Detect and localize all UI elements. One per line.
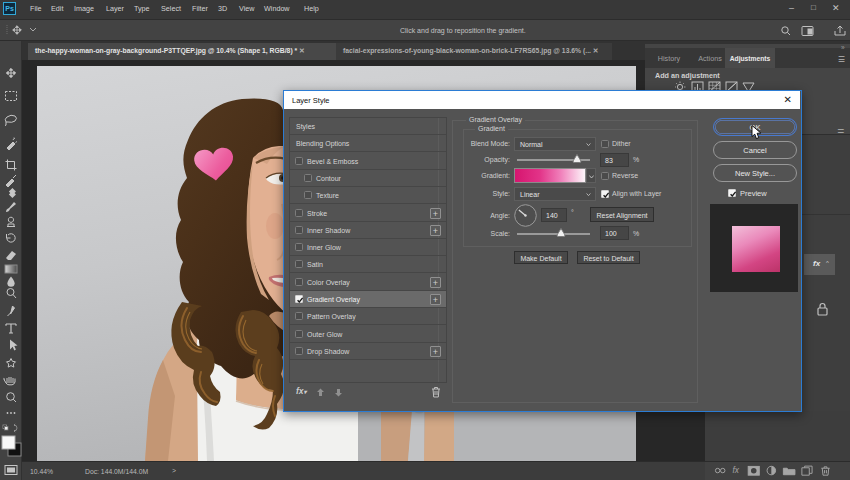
svg-text:fx: fx: [732, 465, 739, 475]
